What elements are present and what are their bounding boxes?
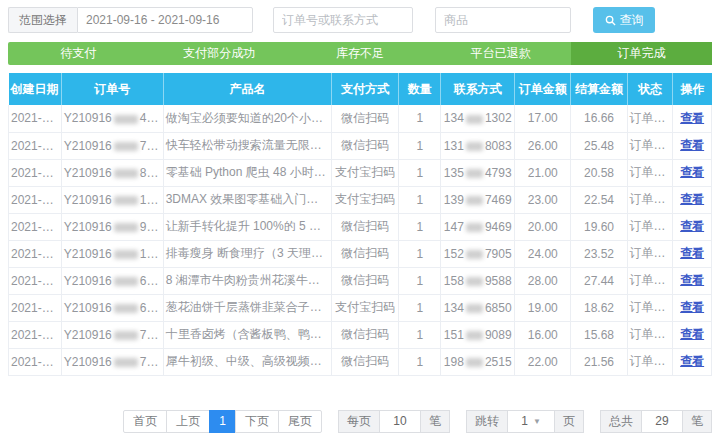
first-page-button[interactable]: 首页 (123, 410, 167, 433)
cell-order-amount: 26.00 (515, 132, 571, 159)
view-link[interactable]: 查看 (680, 354, 704, 368)
tab-out-of-stock[interactable]: 库存不足 (290, 42, 431, 65)
table-row: 2021-09-16 Y2109167258 十里香卤烤（含酱板鸭、鸭翅、鸭脖）… (9, 321, 712, 348)
cell-quantity: 1 (399, 186, 441, 213)
product-input[interactable] (435, 7, 571, 33)
cell-contact: 1354793 (441, 159, 515, 186)
view-link[interactable]: 查看 (680, 165, 704, 179)
cell-status: 订单完成 (627, 159, 673, 186)
cell-order-amount: 24.00 (515, 240, 571, 267)
last-page-button[interactable]: 尾页 (278, 410, 322, 433)
cell-create-date: 2021-09-16 (9, 213, 62, 240)
search-icon (605, 15, 616, 26)
cell-settle-amount: 15.68 (571, 321, 627, 348)
cell-settle-amount: 27.44 (571, 267, 627, 294)
cell-settle-amount: 16.66 (571, 105, 627, 132)
cell-status: 订单完成 (627, 321, 673, 348)
tab-order-complete[interactable]: 订单完成 (571, 42, 712, 65)
col-header-payment-method: 支付方式 (332, 73, 399, 105)
cell-contact: 1589588 (441, 267, 515, 294)
cell-order-no: Y2109167258 (61, 321, 163, 348)
cell-status: 订单完成 (627, 186, 673, 213)
cell-create-date: 2021-09-16 (9, 159, 62, 186)
next-page-button[interactable]: 下页 (235, 410, 279, 433)
cell-payment-method: 支付宝扫码 (332, 159, 399, 186)
cell-payment-method: 微信扫码 (332, 213, 399, 240)
redacted-blur (114, 223, 138, 232)
cell-payment-method: 微信扫码 (332, 132, 399, 159)
per-page-input[interactable] (380, 410, 420, 433)
cell-create-date: 2021-09-16 (9, 294, 62, 321)
cell-quantity: 1 (399, 240, 441, 267)
view-link[interactable]: 查看 (680, 111, 704, 125)
orders-table: 创建日期 订单号 产品名 支付方式 数量 联系方式 订单金额 结算金额 状态 操… (8, 73, 712, 376)
tab-partial-payment-success[interactable]: 支付部分成功 (149, 42, 290, 65)
col-header-contact: 联系方式 (441, 73, 515, 105)
order-or-contact-input[interactable] (273, 7, 413, 33)
col-header-quantity: 数量 (399, 73, 441, 105)
cell-create-date: 2021-09-16 (9, 348, 62, 375)
cell-contact: 1318083 (441, 132, 515, 159)
cell-action: 查看 (673, 213, 712, 240)
cell-payment-method: 支付宝扫码 (332, 186, 399, 213)
total-label: 总共 (600, 410, 642, 433)
table-row: 2021-09-16 Y2109168141 零基础 Python 爬虫 48 … (9, 159, 712, 186)
view-link[interactable]: 查看 (680, 219, 704, 233)
view-link[interactable]: 查看 (680, 327, 704, 341)
cell-quantity: 1 (399, 159, 441, 186)
cell-action: 查看 (673, 294, 712, 321)
cell-create-date: 2021-09-16 (9, 105, 62, 132)
col-header-product-name: 产品名 (163, 73, 332, 105)
cell-product-name: 葱花油饼千层蒸饼韭菜合子等面点技术 (163, 294, 332, 321)
redacted-blur (466, 169, 483, 178)
redacted-blur (114, 331, 138, 340)
view-link[interactable]: 查看 (680, 300, 704, 314)
view-link[interactable]: 查看 (680, 273, 704, 287)
tab-pending-payment[interactable]: 待支付 (8, 42, 149, 65)
cell-payment-method: 微信扫码 (332, 267, 399, 294)
cell-payment-method: 支付宝扫码 (332, 294, 399, 321)
redacted-blur (466, 304, 483, 313)
jump-unit: 页 (554, 410, 584, 433)
col-header-status: 状态 (627, 73, 673, 105)
cell-order-no: Y2109164408 (61, 105, 163, 132)
redacted-blur (466, 115, 483, 124)
cell-product-name: 犀牛初级、中级、高级视频教程 犀牛教程 (163, 348, 332, 375)
table-row: 2021-09-16 Y2109161921 排毒瘦身 断食理疗（3 天理论视频… (9, 240, 712, 267)
cell-payment-method: 微信扫码 (332, 105, 399, 132)
search-button[interactable]: 查询 (593, 7, 655, 33)
tab-platform-refunded[interactable]: 平台已退款 (430, 42, 571, 65)
table-header-row: 创建日期 订单号 产品名 支付方式 数量 联系方式 订单金额 结算金额 状态 操… (9, 73, 712, 105)
view-link[interactable]: 查看 (680, 192, 704, 206)
col-header-order-no: 订单号 (61, 73, 163, 105)
redacted-blur (114, 358, 138, 367)
cell-contact: 1519089 (441, 321, 515, 348)
cell-action: 查看 (673, 240, 712, 267)
cell-order-amount: 21.00 (515, 159, 571, 186)
cell-order-amount: 16.00 (515, 321, 571, 348)
cell-order-amount: 19.00 (515, 294, 571, 321)
cell-quantity: 1 (399, 267, 441, 294)
current-page-button[interactable]: 1 (209, 410, 236, 433)
range-select-label: 范围选择 (8, 7, 77, 33)
cell-quantity: 1 (399, 348, 441, 375)
cell-order-amount: 20.00 (515, 213, 571, 240)
view-link[interactable]: 查看 (680, 138, 704, 152)
cell-product-name: 零基础 Python 爬虫 48 小时速成课 (163, 159, 332, 186)
jump-page-select[interactable]: 1 ▼ (508, 410, 554, 433)
cell-action: 查看 (673, 267, 712, 294)
cell-order-no: Y2109167681 (61, 348, 163, 375)
table-row: 2021-09-16 Y2109166677 葱花油饼千层蒸饼韭菜合子等面点技术… (9, 294, 712, 321)
cell-contact: 1527905 (441, 240, 515, 267)
date-range-input[interactable] (77, 7, 253, 33)
cell-quantity: 1 (399, 213, 441, 240)
view-link[interactable]: 查看 (680, 246, 704, 260)
status-tab-bar: 待支付 支付部分成功 库存不足 平台已退款 订单完成 (8, 42, 712, 65)
table-row: 2021-09-16 Y2109167677 快车轻松带动搜索流量无限爆发_荷塘… (9, 132, 712, 159)
cell-contact: 1341302 (441, 105, 515, 132)
redacted-blur (114, 277, 138, 286)
cell-settle-amount: 21.56 (571, 348, 627, 375)
prev-page-button[interactable]: 上页 (166, 410, 210, 433)
cell-order-amount: 22.00 (515, 348, 571, 375)
total-group: 总共 29 笔 (600, 410, 712, 433)
